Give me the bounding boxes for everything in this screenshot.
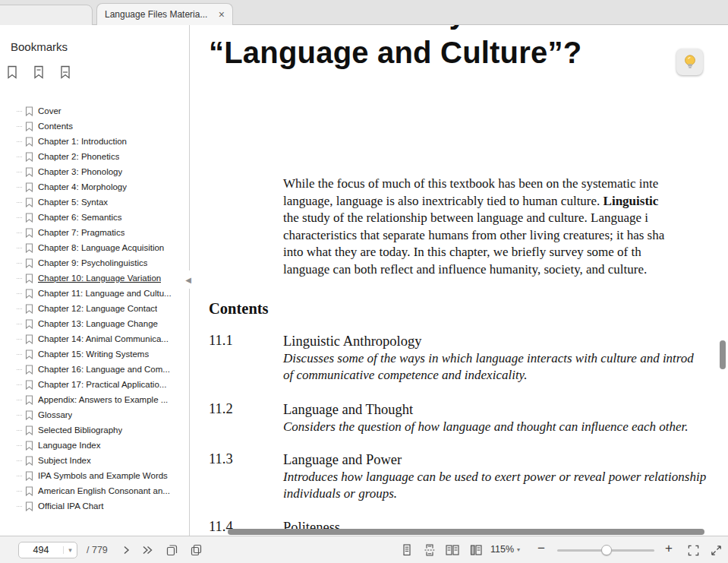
bookmark-icon <box>33 65 45 79</box>
paragraph-line: language can both reflect and influence … <box>283 261 664 279</box>
tree-connector <box>17 111 22 112</box>
bookmark-icon <box>25 152 33 162</box>
zoom-out-button[interactable]: − <box>537 541 545 556</box>
bookmark-item[interactable]: Chapter 2: Phonetics <box>0 149 189 164</box>
inactive-tab[interactable] <box>0 5 93 26</box>
bookmark-item[interactable]: Chapter 4: Morphology <box>0 179 189 195</box>
bookmark-item-label: Chapter 2: Phonetics <box>38 152 119 161</box>
tree-connector <box>17 157 22 157</box>
bookmark-item[interactable]: Glossary <box>0 407 189 422</box>
pdf-page-view[interactable]: What Is the Study of “Language and Cultu… <box>191 25 728 536</box>
bookmark-icon <box>25 365 33 375</box>
bookmark-item[interactable]: Chapter 5: Syntax <box>0 195 189 210</box>
view-mode-continuous-button[interactable] <box>422 543 437 557</box>
bookmark-item[interactable]: IPA Symbols and Example Words <box>0 468 189 483</box>
toc-title: Linguistic Anthropology <box>283 332 728 350</box>
tree-connector <box>17 263 22 264</box>
contents-heading: Contents <box>209 300 269 318</box>
add-bookmark-button[interactable] <box>5 65 20 80</box>
bookmark-item-label: Chapter 11: Language and Cultu... <box>38 289 172 298</box>
tree-connector <box>17 172 22 172</box>
bookmark-icon <box>25 106 33 116</box>
bookmark-item[interactable]: Official IPA Chart <box>0 498 189 514</box>
toc-description: of communicative competence and indexica… <box>283 367 728 384</box>
copy-icon <box>165 544 178 556</box>
bookmark-item[interactable]: Chapter 1: Introduction <box>0 134 189 149</box>
view-mode-two-up-button[interactable] <box>445 543 460 557</box>
tree-connector <box>17 202 22 203</box>
paragraph-line: language, language is also inextricably … <box>283 193 664 210</box>
bookmark-item-label: Appendix: Answers to Example ... <box>38 395 168 404</box>
sidebar-collapse-handle[interactable]: ◀ <box>184 270 193 289</box>
bookmark-item[interactable]: Chapter 12: Language Contact <box>0 301 189 316</box>
bookmark-item[interactable]: Chapter 7: Pragmatics <box>0 225 189 240</box>
chapter-title: What Is the Study of “Language and Cultu… <box>209 25 581 72</box>
two-page-icon <box>445 544 460 556</box>
paragraph-line: While the focus of much of this textbook… <box>283 176 664 193</box>
bookmark-item[interactable]: Chapter 17: Practical Applicatio... <box>0 377 189 392</box>
fit-to-window-button[interactable] <box>685 543 701 557</box>
tree-connector <box>17 339 22 340</box>
next-page-button[interactable] <box>118 543 134 557</box>
bookmark-item[interactable]: Chapter 16: Language and Com... <box>0 362 189 377</box>
bookmark-item-label: IPA Symbols and Example Words <box>38 471 168 480</box>
bookmark-item-label: Chapter 7: Pragmatics <box>38 228 124 237</box>
copy-page-button[interactable] <box>164 543 179 557</box>
bookmark-item-label: Chapter 10: Language Variation <box>38 274 161 283</box>
bookmark-item[interactable]: Language Index <box>0 438 189 453</box>
bookmark-item[interactable]: Contents <box>0 119 189 134</box>
zoom-level-dropdown[interactable]: 115% ▾ <box>490 544 520 555</box>
chapter-title-line1: What Is the Study of <box>209 25 581 33</box>
bookmark-item[interactable]: Chapter 13: Language Change <box>0 316 189 331</box>
bookmark-item[interactable]: Chapter 9: Psycholinguistics <box>0 255 189 270</box>
bookmark-item[interactable]: Chapter 15: Writing Systems <box>0 346 189 362</box>
bookmark-item[interactable]: Subject Index <box>0 453 189 468</box>
horizontal-scrollbar[interactable] <box>228 529 704 535</box>
bookmark-item[interactable]: Cover <box>0 103 189 119</box>
active-tab[interactable]: Language Files Materia... × <box>96 3 233 25</box>
tree-connector <box>17 430 22 431</box>
hint-lightbulb-button[interactable] <box>676 49 703 75</box>
chapter-title-line2: “Language and Culture”? <box>209 33 581 72</box>
bookmark-item[interactable]: Selected Bibliography <box>0 422 189 438</box>
view-mode-book-button[interactable] <box>468 543 483 557</box>
bookmark-icon <box>25 304 33 314</box>
bookmark-item-label: Selected Bibliography <box>38 425 122 435</box>
bookmark-icon <box>25 289 33 299</box>
bookmark-item[interactable]: Chapter 14: Animal Communica... <box>0 331 189 346</box>
zoom-in-button[interactable]: + <box>665 541 673 556</box>
bookmark-icon <box>25 258 33 268</box>
tree-connector <box>17 278 22 279</box>
vertical-scrollbar[interactable] <box>720 340 726 369</box>
bookmark-item[interactable]: Appendix: Answers to Example ... <box>0 392 189 407</box>
remove-bookmark-button[interactable] <box>58 65 73 80</box>
page-dropdown-caret-icon[interactable]: ▾ <box>63 546 77 554</box>
bookmarks-sidebar: Bookmarks CoverContentsChapter 1: Introd… <box>0 25 190 536</box>
toc-number: 11.2 <box>209 401 233 417</box>
bookmark-icon <box>25 501 33 511</box>
bookmark-item[interactable]: Chapter 11: Language and Cultu... <box>0 286 189 301</box>
tree-connector <box>17 400 22 400</box>
last-page-button[interactable] <box>140 543 155 557</box>
fullscreen-button[interactable] <box>708 543 723 557</box>
page-number-input[interactable]: 494 ▾ <box>18 542 77 558</box>
bookmark-icon <box>25 228 33 238</box>
bookmark-item[interactable]: Chapter 6: Semantics <box>0 210 189 225</box>
bookmark-icon <box>25 198 33 207</box>
continuous-scroll-icon <box>423 544 436 556</box>
bookmark-item[interactable]: Chapter 10: Language Variation <box>0 270 189 286</box>
bookmark-icon <box>25 334 33 344</box>
view-mode-single-button[interactable] <box>399 543 414 557</box>
bookmark-item[interactable]: Chapter 3: Phonology <box>0 164 189 179</box>
bookmark-outline-button[interactable] <box>31 65 46 80</box>
zoom-slider-thumb[interactable] <box>601 545 612 555</box>
book-view-icon <box>468 544 483 556</box>
toc-number: 11.1 <box>209 333 233 349</box>
bookmark-icon <box>25 395 33 405</box>
duplicate-page-button[interactable] <box>188 543 203 557</box>
tab-title: Language Files Materia... <box>105 9 213 20</box>
tab-close-icon[interactable]: × <box>219 9 225 20</box>
toc-entry: 11.3 Language and Power Introduces how l… <box>191 451 728 503</box>
bookmark-item[interactable]: Chapter 8: Language Acquisition <box>0 240 189 255</box>
bookmark-item[interactable]: American English Consonant an... <box>0 483 189 498</box>
